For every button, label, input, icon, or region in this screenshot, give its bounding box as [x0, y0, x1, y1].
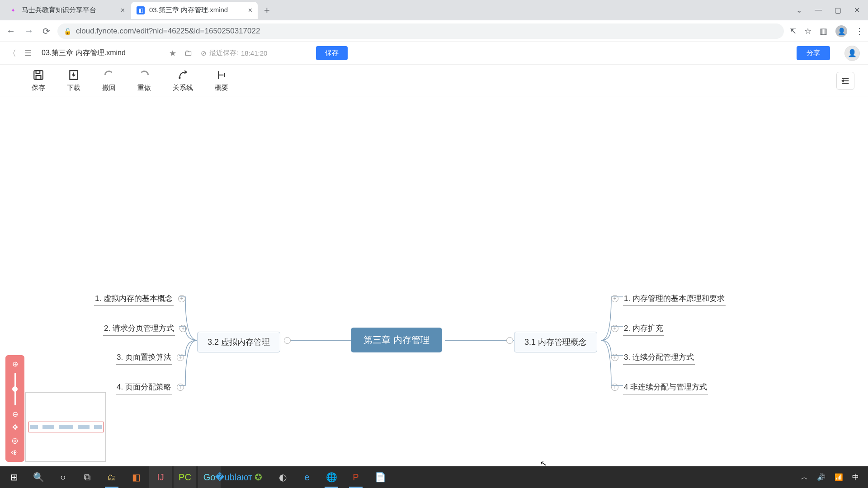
- app-icon[interactable]: ✪: [247, 466, 269, 488]
- panel-toggle-button[interactable]: [836, 72, 854, 90]
- tool-summary[interactable]: 概要: [215, 69, 228, 92]
- chevron-down-icon[interactable]: ⌄: [796, 6, 802, 14]
- save-icon: [33, 69, 44, 81]
- address-bar: ← → ⟳ 🔒 cloud.fynote.com/edit?nid=46225&…: [0, 20, 868, 42]
- edge-icon[interactable]: e: [296, 466, 318, 488]
- add-child-icon[interactable]: +: [611, 354, 618, 361]
- leaf-node[interactable]: 3. 连续分配管理方式: [623, 350, 695, 365]
- add-child-icon[interactable]: +: [178, 295, 185, 302]
- right-branch-node[interactable]: 3.1 内存管理概念: [514, 332, 597, 352]
- add-child-icon[interactable]: +: [177, 354, 184, 361]
- eye-icon[interactable]: 👁: [11, 449, 19, 457]
- volume-icon[interactable]: 🔊: [817, 473, 826, 481]
- add-child-icon[interactable]: +: [611, 295, 618, 302]
- window-controls: ⌄ — ▢ ✕: [796, 6, 864, 14]
- back-button[interactable]: ←: [5, 24, 17, 38]
- zoom-slider[interactable]: [14, 373, 16, 405]
- sidepanel-icon[interactable]: ▥: [820, 26, 827, 36]
- check-icon: ⊘: [201, 49, 207, 57]
- app-icon[interactable]: ◧: [125, 466, 147, 488]
- star-icon[interactable]: ★: [169, 48, 176, 58]
- document-title: 03.第三章 内存管理.xmind: [42, 48, 126, 58]
- central-node[interactable]: 第三章 内存管理: [351, 328, 442, 352]
- add-child-icon[interactable]: +: [611, 325, 618, 332]
- redo-icon: [138, 69, 150, 81]
- user-avatar[interactable]: 👤: [844, 46, 860, 61]
- favicon-icon: ◧: [137, 6, 145, 14]
- move-icon[interactable]: ✥: [12, 423, 18, 432]
- leaf-node[interactable]: 4. 页面分配策略: [116, 380, 172, 394]
- add-child-icon[interactable]: +: [611, 384, 618, 391]
- explorer-icon[interactable]: 🗂: [100, 466, 123, 488]
- tab-title: 马士兵教育知识分享平台: [22, 6, 96, 14]
- svg-point-4: [179, 77, 180, 79]
- app-icon[interactable]: PC: [174, 466, 196, 488]
- share-button[interactable]: 分享: [797, 46, 830, 60]
- new-tab-button[interactable]: +: [259, 5, 275, 16]
- folder-icon[interactable]: 🗀: [184, 48, 193, 58]
- share-page-icon[interactable]: ⇱: [789, 26, 796, 36]
- leaf-node[interactable]: 4 非连续分配与管理方式: [623, 380, 708, 394]
- zoom-out-icon[interactable]: ⊖: [12, 410, 18, 418]
- save-button[interactable]: 保存: [316, 46, 348, 60]
- reload-button[interactable]: ⟳: [41, 24, 52, 38]
- close-icon[interactable]: ×: [248, 6, 252, 14]
- leaf-node[interactable]: 2. 内存扩充: [623, 321, 664, 336]
- collapse-toggle[interactable]: −: [506, 337, 513, 344]
- tool-download[interactable]: 下载: [67, 69, 80, 92]
- maximize-icon[interactable]: ▢: [835, 6, 841, 14]
- chrome-icon[interactable]: 🌐: [320, 466, 343, 488]
- locate-icon[interactable]: ◎: [12, 436, 18, 445]
- add-child-icon[interactable]: +: [177, 384, 184, 391]
- add-child-icon[interactable]: +: [179, 325, 187, 332]
- search-icon[interactable]: 🔍: [27, 466, 50, 488]
- wifi-icon[interactable]: 📶: [835, 473, 843, 481]
- minimap[interactable]: [25, 392, 106, 462]
- kebab-menu-icon[interactable]: ⋮: [855, 26, 863, 36]
- close-window-icon[interactable]: ✕: [854, 6, 860, 14]
- app-header: 〈 ☰ 03.第三章 内存管理.xmind ★ 🗀 ⊘ 最近保存: 18:41:…: [0, 42, 868, 65]
- powerpoint-icon[interactable]: P: [344, 466, 367, 488]
- browser-tab-active[interactable]: ◧ 03.第三章 内存管理.xmind ×: [131, 2, 258, 19]
- svg-rect-2: [36, 75, 41, 80]
- leaf-node[interactable]: 1. 虚拟内存的基本概念: [94, 291, 174, 306]
- outline-icon: [840, 76, 850, 86]
- ime-indicator[interactable]: 中: [852, 473, 859, 482]
- relation-icon: [177, 69, 189, 81]
- forward-button[interactable]: →: [23, 24, 35, 38]
- cortana-icon[interactable]: ○: [52, 466, 74, 488]
- mindmap-canvas[interactable]: 第三章 内存管理 3.2 虚拟内存管理 − 3.1 内存管理概念 − + 1. …: [0, 97, 868, 466]
- last-saved: ⊘ 最近保存: 18:41:20: [201, 49, 268, 57]
- zoom-in-icon[interactable]: ⊕: [12, 360, 18, 368]
- collapse-toggle[interactable]: −: [284, 337, 291, 344]
- download-icon: [68, 69, 80, 81]
- tab-title: 03.第三章 内存管理.xmind: [149, 6, 228, 14]
- profile-icon[interactable]: 👤: [835, 25, 847, 37]
- tool-undo[interactable]: 撤回: [102, 69, 116, 92]
- url-input[interactable]: 🔒 cloud.fynote.com/edit?nid=46225&id=165…: [57, 23, 784, 39]
- tool-relation[interactable]: 关系线: [173, 69, 193, 92]
- browser-tab[interactable]: ✦ 马士兵教育知识分享平台 ×: [4, 2, 130, 19]
- minimize-icon[interactable]: —: [815, 6, 822, 14]
- leaf-node[interactable]: 2. 请求分页管理方式: [103, 321, 175, 336]
- notepad-icon[interactable]: 📄: [369, 466, 392, 488]
- tool-save[interactable]: 保存: [32, 69, 45, 92]
- left-branch-node[interactable]: 3.2 虚拟内存管理: [197, 332, 280, 352]
- vscode-icon[interactable]: �ublают: [222, 466, 245, 488]
- app-icon[interactable]: ◐: [271, 466, 294, 488]
- tray-chevron-icon[interactable]: ︿: [801, 473, 808, 482]
- bookmark-icon[interactable]: ☆: [804, 26, 811, 36]
- menu-icon[interactable]: ☰: [24, 48, 32, 58]
- task-view-icon[interactable]: ⧉: [76, 466, 99, 488]
- leaf-node[interactable]: 1. 内存管理的基本原理和要求: [623, 291, 726, 306]
- close-icon[interactable]: ×: [121, 6, 125, 14]
- app-icon[interactable]: IJ: [149, 466, 172, 488]
- tool-redo[interactable]: 重做: [137, 69, 151, 92]
- svg-rect-1: [36, 70, 40, 74]
- windows-taskbar: ⊞ 🔍 ○ ⧉ 🗂 ◧ IJ PC Go �ublают ✪ ◐ e 🌐 P 📄…: [0, 466, 868, 488]
- back-icon[interactable]: 〈: [8, 48, 16, 59]
- start-button[interactable]: ⊞: [3, 466, 25, 488]
- system-tray: ︿ 🔊 📶 中: [801, 473, 865, 482]
- leaf-node[interactable]: 3. 页面置换算法: [116, 350, 172, 365]
- summary-icon: [216, 69, 227, 81]
